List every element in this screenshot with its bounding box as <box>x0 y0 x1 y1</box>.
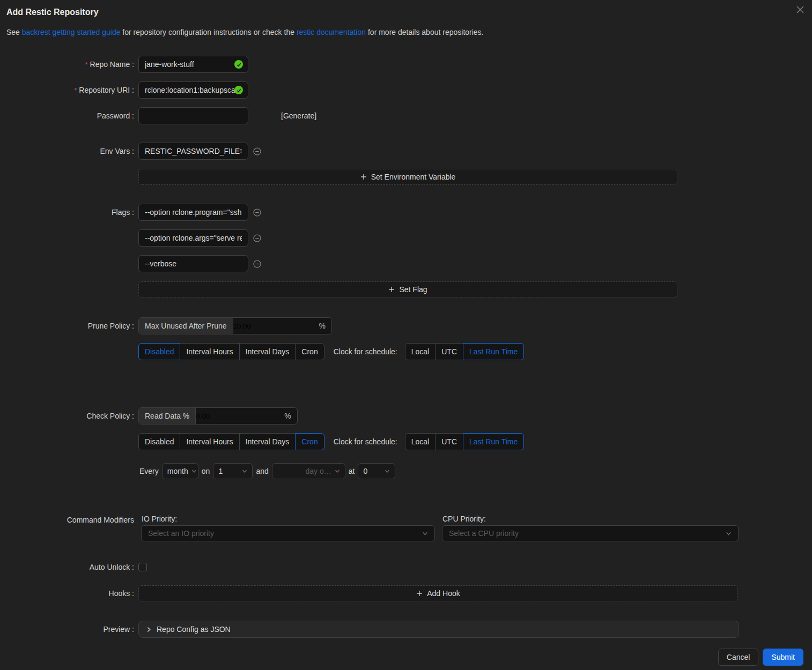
chevron-down-icon <box>422 531 428 537</box>
submit-button[interactable]: Submit <box>763 649 803 666</box>
repo-name-input[interactable] <box>138 56 248 73</box>
check-clock-label: Clock for schedule: <box>334 437 397 446</box>
password-row: Password : [Generate] <box>0 107 812 124</box>
prune-mode-disabled[interactable]: Disabled <box>138 343 180 360</box>
env-vars-label: Env Vars : <box>0 147 134 155</box>
intro-post: for more details about repositories. <box>366 28 483 36</box>
remove-flag-icon[interactable] <box>253 260 261 268</box>
check-clock-last-run-time[interactable]: Last Run Time <box>463 433 524 450</box>
chevron-down-icon <box>242 468 247 474</box>
flag-row <box>0 229 812 247</box>
auto-unlock-label: Auto Unlock : <box>0 563 134 571</box>
close-icon[interactable] <box>795 4 806 15</box>
add-flag-row: Set Flag <box>0 281 812 298</box>
password-input[interactable] <box>138 107 248 124</box>
password-label: Password : <box>0 111 134 120</box>
flag-row <box>0 255 812 272</box>
prune-mode-interval-hours[interactable]: Interval Hours <box>180 343 239 360</box>
repo-uri-label: *Repository URI : <box>0 86 134 94</box>
env-var-row: Env Vars : <box>0 143 812 160</box>
check-clock-local[interactable]: Local <box>405 433 435 450</box>
check-clock-utc[interactable]: UTC <box>435 433 463 450</box>
prune-schedule-mode-group: Disabled Interval Hours Interval Days Cr… <box>138 343 324 360</box>
chevron-right-icon <box>146 627 152 632</box>
modal-header: Add Restic Repository <box>0 0 812 17</box>
flag-row: Flags : <box>0 204 812 221</box>
check-policy-row: Check Policy : Read Data % % <box>0 407 812 425</box>
cancel-button[interactable]: Cancel <box>718 649 759 666</box>
cron-at-label: at <box>349 467 355 475</box>
flags-label: Flags : <box>0 208 134 217</box>
prune-percent-input[interactable] <box>233 318 319 334</box>
repo-uri-input[interactable] <box>138 81 248 99</box>
plus-icon <box>416 590 423 597</box>
prune-clock-utc[interactable]: UTC <box>435 343 463 360</box>
prune-clock-group: Local UTC Last Run Time <box>405 343 525 360</box>
prune-schedule-row: Disabled Interval Hours Interval Days Cr… <box>0 343 812 360</box>
cron-editor-row: Every month on 1 and day o… at 0 <box>0 463 812 479</box>
modal-title: Add Restic Repository <box>6 8 806 17</box>
cron-on-label: on <box>202 467 210 475</box>
required-mark: * <box>74 86 77 94</box>
modal-footer: Cancel Submit <box>0 649 812 666</box>
auto-unlock-checkbox[interactable] <box>138 563 147 571</box>
chevron-down-icon <box>385 468 390 474</box>
remove-flag-icon[interactable] <box>253 234 261 242</box>
prune-policy-label: Prune Policy : <box>0 322 134 330</box>
auto-unlock-row: Auto Unlock : <box>0 563 812 571</box>
check-mode-interval-days[interactable]: Interval Days <box>239 433 296 450</box>
prune-clock-last-run-time[interactable]: Last Run Time <box>463 343 524 360</box>
check-clock-group: Local UTC Last Run Time <box>405 433 525 450</box>
check-schedule-mode-group: Disabled Interval Hours Interval Days Cr… <box>138 433 324 450</box>
set-flag-button[interactable]: Set Flag <box>138 281 677 297</box>
check-mode-disabled[interactable]: Disabled <box>138 433 180 450</box>
hooks-label: Hooks : <box>0 589 134 598</box>
hooks-row: Hooks : Add Hook <box>0 585 812 601</box>
backrest-guide-link[interactable]: backrest getting started guide <box>22 28 121 36</box>
add-hook-button[interactable]: Add Hook <box>138 585 738 601</box>
intro-pre: See <box>6 28 22 36</box>
remove-env-var-icon[interactable] <box>253 147 261 155</box>
plus-icon <box>388 286 395 293</box>
cron-period-select[interactable]: month <box>162 463 198 479</box>
prune-policy-type[interactable]: Max Unused After Prune <box>139 318 233 334</box>
check-circle-icon <box>234 60 243 69</box>
prune-clock-local[interactable]: Local <box>405 343 435 360</box>
add-env-var-row: Set Environment Variable <box>0 168 812 185</box>
command-modifiers-label: Command Modifiers <box>0 515 134 524</box>
flag-input[interactable] <box>138 204 248 221</box>
check-policy-type[interactable]: Read Data % <box>139 408 196 424</box>
chevron-down-icon <box>191 468 197 474</box>
generate-password-link[interactable]: [Generate] <box>281 111 316 120</box>
prune-mode-cron[interactable]: Cron <box>295 343 324 360</box>
repo-config-json-collapse[interactable]: Repo Config as JSON <box>138 621 739 638</box>
io-priority-label: IO Priority: <box>141 515 435 523</box>
cpu-priority-select[interactable]: Select a CPU priority <box>442 525 739 541</box>
check-mode-cron[interactable]: Cron <box>295 433 324 450</box>
command-modifiers-row: Command Modifiers IO Priority: Select an… <box>0 515 812 541</box>
cron-weekday-select[interactable]: day o… <box>272 463 345 479</box>
io-priority-select[interactable]: Select an IO priority <box>141 525 435 541</box>
restic-docs-link[interactable]: restic documentation <box>297 28 366 36</box>
preview-label: Preview : <box>0 625 134 634</box>
remove-flag-icon[interactable] <box>253 209 261 217</box>
flag-input[interactable] <box>138 255 248 272</box>
required-mark: * <box>85 61 87 69</box>
cron-and-label: and <box>256 467 268 475</box>
check-percent-input[interactable] <box>196 408 284 424</box>
flag-input[interactable] <box>138 229 248 247</box>
repo-uri-row: *Repository URI : <box>0 81 812 99</box>
prune-mode-interval-days[interactable]: Interval Days <box>239 343 296 360</box>
check-schedule-row: Disabled Interval Hours Interval Days Cr… <box>0 433 812 450</box>
prune-clock-label: Clock for schedule: <box>334 347 397 356</box>
set-env-var-button[interactable]: Set Environment Variable <box>138 169 677 185</box>
cron-day-select[interactable]: 1 <box>213 463 253 479</box>
plus-icon <box>360 174 367 180</box>
intro-mid: for repository configuration instruction… <box>120 28 296 36</box>
repo-name-label: *Repo Name : <box>0 60 134 69</box>
cpu-priority-label: CPU Priority: <box>442 515 739 523</box>
check-mode-interval-hours[interactable]: Interval Hours <box>180 433 239 450</box>
percent-suffix: % <box>319 322 331 330</box>
cron-hour-select[interactable]: 0 <box>358 463 395 479</box>
env-var-input[interactable] <box>138 143 248 160</box>
